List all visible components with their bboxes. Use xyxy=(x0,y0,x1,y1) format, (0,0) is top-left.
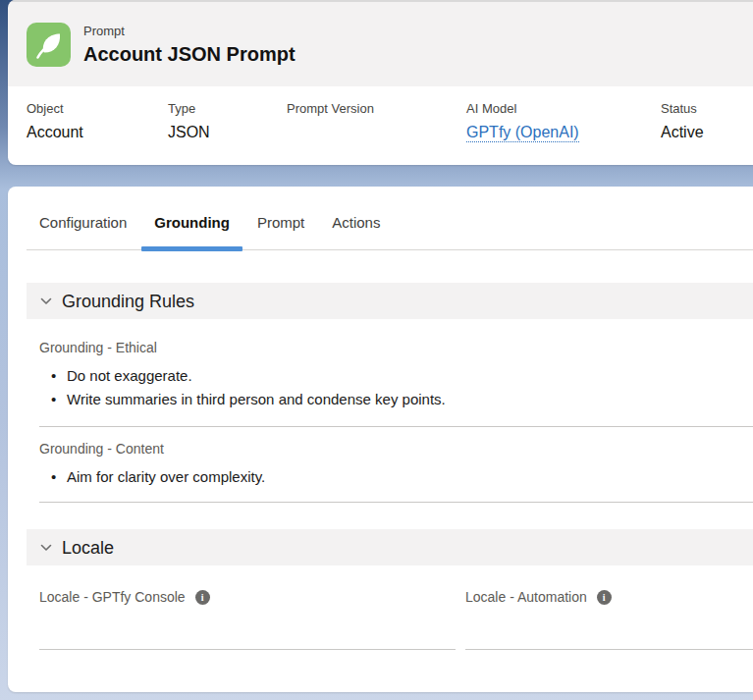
field-label: Type xyxy=(168,100,279,117)
bullet-list: Aim for clarity over complexity. xyxy=(39,465,753,502)
highlight-field-object: Object Account xyxy=(27,100,168,165)
section-title: Grounding Rules xyxy=(62,291,194,312)
tab-prompt[interactable]: Prompt xyxy=(244,212,317,249)
field-label: Object xyxy=(27,100,160,117)
bullet-list: Do not exaggerate. Write summaries in th… xyxy=(39,364,753,426)
section-title: Locale xyxy=(62,537,114,559)
tab-configuration[interactable]: Configuration xyxy=(27,212,139,249)
field-label-row: Locale - Automation i xyxy=(465,565,753,606)
field-grounding-ethical: Grounding - Ethical Do not exaggerate. W… xyxy=(39,319,753,427)
field-value: JSON xyxy=(168,123,279,142)
page-title: Account JSON Prompt xyxy=(83,42,296,66)
record-title-text: Prompt Account JSON Prompt xyxy=(83,24,296,66)
field-grounding-content: Grounding - Content Aim for clarity over… xyxy=(39,427,753,503)
tab-bar: Configuration Grounding Prompt Actions xyxy=(27,187,753,250)
ai-model-link[interactable]: GPTfy (OpenAI) xyxy=(466,124,579,142)
field-locale-automation: Locale - Automation i xyxy=(465,565,753,650)
locale-fields-row: Locale - GPTfy Console i Locale - Automa… xyxy=(39,565,753,650)
field-value: GPTfy (OpenAI) xyxy=(466,123,653,142)
field-label: Locale - GPTfy Console xyxy=(39,589,186,606)
highlight-field-type: Type JSON xyxy=(168,100,287,165)
bullet-item: Write summaries in third person and cond… xyxy=(51,388,753,411)
leaf-icon xyxy=(27,23,71,67)
tab-grounding[interactable]: Grounding xyxy=(141,212,242,249)
info-icon[interactable]: i xyxy=(195,590,210,605)
section-header-locale[interactable]: Locale xyxy=(27,529,753,565)
record-detail-card: Configuration Grounding Prompt Actions G… xyxy=(8,187,753,692)
section-header-grounding-rules[interactable]: Grounding Rules xyxy=(27,283,753,319)
highlight-field-status: Status Active xyxy=(661,100,712,165)
chevron-down-icon[interactable] xyxy=(39,541,53,555)
highlight-field-ai-model: AI Model GPTfy (OpenAI) xyxy=(466,100,661,165)
status-value: Active xyxy=(661,123,704,142)
tab-actions[interactable]: Actions xyxy=(319,212,393,249)
field-label: Prompt Version xyxy=(287,100,458,117)
record-title-band: Prompt Account JSON Prompt xyxy=(8,0,753,86)
highlight-field-prompt-version: Prompt Version xyxy=(287,100,466,165)
highlights-fields-row: Object Account Type JSON Prompt Version … xyxy=(8,86,753,165)
field-label: AI Model xyxy=(466,100,653,117)
chevron-down-icon[interactable] xyxy=(39,295,53,308)
field-label: Grounding - Ethical xyxy=(39,319,753,356)
field-label: Status xyxy=(661,100,704,117)
bullet-item: Aim for clarity over complexity. xyxy=(51,465,753,489)
bullet-item: Do not exaggerate. xyxy=(51,364,753,388)
field-label-row: Locale - GPTfy Console i xyxy=(39,565,456,606)
field-locale-gptfy-console: Locale - GPTfy Console i xyxy=(39,565,456,650)
field-label: Locale - Automation xyxy=(465,589,587,606)
entity-label: Prompt xyxy=(83,24,296,39)
record-highlights-card: Prompt Account JSON Prompt Object Accoun… xyxy=(8,0,753,165)
field-value: Account xyxy=(27,123,160,142)
info-icon[interactable]: i xyxy=(597,590,612,605)
field-label: Grounding - Content xyxy=(39,427,753,458)
